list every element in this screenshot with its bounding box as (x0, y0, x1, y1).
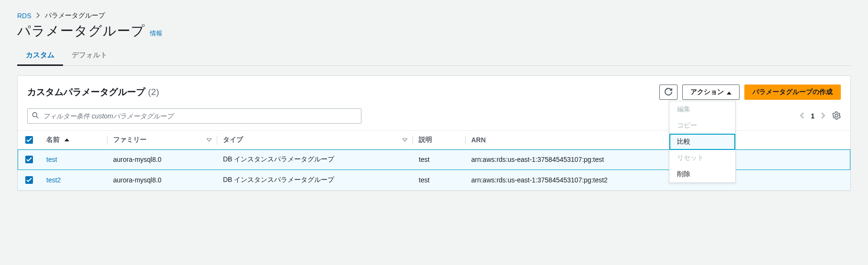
caret-up-icon (727, 88, 731, 96)
info-link[interactable]: 情報 (150, 29, 162, 38)
row-arn: arn:aws:rds:us-east-1:375845453107:pg:te… (466, 170, 850, 191)
create-button[interactable]: パラメータグループの作成 (744, 85, 841, 100)
action-edit: 編集 (669, 101, 735, 117)
filter-icon (402, 136, 407, 143)
settings-icon[interactable] (832, 111, 841, 121)
row-type: DB インスタンスパラメータグループ (217, 170, 413, 191)
row-desc: test (413, 170, 466, 191)
action-reset: リセット (669, 150, 735, 166)
row-name-link[interactable]: test (46, 156, 57, 163)
row-arn: arn:aws:rds:us-east-1:375845453107:pg:te… (466, 149, 850, 170)
svg-point-0 (32, 113, 37, 117)
col-name[interactable]: 名前 (41, 131, 107, 149)
row-family: aurora-mysql8.0 (107, 170, 217, 191)
panel-title: カスタムパラメータグループ (2) (27, 86, 159, 98)
row-checkbox[interactable] (25, 156, 33, 163)
action-compare[interactable]: 比較 (669, 134, 735, 150)
filter-icon (207, 136, 212, 143)
tab-custom[interactable]: カスタム (17, 46, 63, 65)
tabs: カスタム デフォルト (17, 46, 851, 66)
refresh-icon (665, 88, 672, 97)
chevron-right-icon (36, 12, 40, 20)
row-family: aurora-mysql8.0 (107, 149, 217, 170)
col-arn[interactable]: ARN (466, 131, 850, 149)
page-prev-icon[interactable] (800, 112, 804, 120)
page-title: パラメータグループ (17, 22, 145, 40)
panel-title-text: カスタムパラメータグループ (27, 86, 145, 98)
col-family[interactable]: ファミリー (107, 131, 217, 149)
row-name-link[interactable]: test2 (46, 176, 61, 184)
breadcrumb-current: パラメータグループ (45, 11, 105, 20)
col-type[interactable]: タイプ (217, 131, 413, 149)
panel-count: (2) (148, 87, 159, 97)
sort-asc-icon (64, 136, 69, 143)
panel: カスタムパラメータグループ (2) アクション パラメータグループの作成 (17, 75, 851, 191)
breadcrumb: RDS パラメータグループ (17, 11, 851, 20)
col-desc[interactable]: 説明 (413, 131, 466, 149)
tab-default[interactable]: デフォルト (63, 46, 116, 65)
row-desc: test (413, 149, 466, 170)
actions-dropdown: 編集 コピー 比較 リセット 削除 (669, 101, 736, 183)
row-type: DB インスタンスパラメータグループ (217, 149, 413, 170)
actions-button[interactable]: アクション (682, 85, 740, 100)
refresh-button[interactable] (659, 85, 677, 100)
search-input[interactable] (27, 108, 361, 124)
page-next-icon[interactable] (821, 112, 826, 120)
actions-label: アクション (690, 88, 724, 96)
breadcrumb-root[interactable]: RDS (17, 12, 32, 20)
pagination: 1 (800, 112, 826, 120)
select-all-checkbox[interactable] (25, 136, 33, 144)
page-number: 1 (811, 112, 815, 120)
row-checkbox[interactable] (25, 176, 33, 184)
svg-line-1 (36, 117, 38, 118)
action-copy: コピー (669, 117, 735, 134)
action-delete[interactable]: 削除 (669, 166, 735, 182)
search-icon (32, 112, 39, 120)
